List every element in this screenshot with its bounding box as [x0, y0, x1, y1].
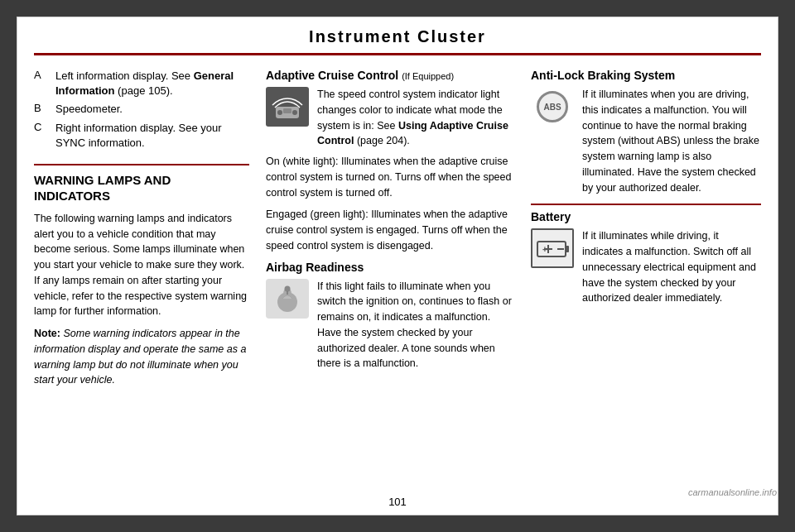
page-number: 101	[388, 496, 407, 508]
item-text-b: Speedometer.	[55, 102, 123, 117]
item-letter-b: B	[34, 102, 47, 114]
abs-circle: ABS	[537, 91, 568, 122]
abs-label: ABS	[543, 103, 561, 112]
page-footer: 101	[17, 491, 778, 515]
warning-note-text: Note: Some warning indicators appear in …	[34, 326, 249, 388]
page-title: Instrument Cluster	[34, 27, 761, 46]
airbag-title: Airbag Readiness	[266, 261, 514, 274]
item-text-c: Right information display. See your SYNC…	[55, 121, 249, 151]
acc-icon-row: The speed control system indicator light…	[266, 87, 514, 149]
item-letter-a: A	[34, 69, 47, 81]
abs-icon-row: ABS If it illuminates when you are drivi…	[531, 87, 761, 195]
abs-title: Anti-Lock Braking System	[531, 69, 761, 82]
acc-title: Adaptive Cruise Control (If Equipped)	[266, 69, 514, 82]
battery-divider	[531, 204, 761, 205]
svg-text:−: −	[557, 243, 563, 255]
item-text-a: Left information display. See General In…	[55, 69, 249, 98]
svg-point-2	[292, 110, 297, 115]
airbag-description: If this light fails to illuminate when y…	[317, 279, 514, 372]
battery-icon: + −	[531, 228, 574, 268]
watermark: carmanualsonline.info	[688, 487, 777, 497]
svg-point-6	[285, 285, 291, 291]
battery-svg: + −	[534, 232, 571, 265]
svg-point-1	[277, 110, 282, 115]
airbag-icon	[266, 279, 309, 319]
note-label: Note:	[34, 328, 60, 339]
acc-title-suffix: (If Equipped)	[402, 71, 454, 81]
battery-description: If it illuminates while driving, it indi…	[582, 228, 761, 306]
warning-body-text: The following warning lamps and indicato…	[34, 211, 249, 319]
section-divider	[34, 164, 249, 165]
middle-column: Adaptive Cruise Control (If Equipped)	[266, 69, 514, 482]
right-column: Anti-Lock Braking System ABS If it illum…	[531, 69, 761, 482]
svg-text:+: +	[542, 245, 547, 254]
abc-table: A Left information display. See General …	[34, 69, 249, 151]
warning-section-title: WARNING LAMPS AND INDICATORS	[34, 172, 249, 204]
airbag-svg	[269, 282, 306, 315]
acc-green-light-text: Engaged (green light): Illuminates when …	[266, 207, 514, 253]
svg-rect-9	[566, 246, 569, 252]
acc-description: The speed control system indicator light…	[317, 87, 514, 149]
abs-icon: ABS	[531, 87, 574, 127]
battery-title: Battery	[531, 210, 761, 223]
page-header: Instrument Cluster	[34, 17, 761, 55]
item-letter-c: C	[34, 121, 47, 133]
left-column: A Left information display. See General …	[34, 69, 249, 482]
list-item: C Right information display. See your SY…	[34, 121, 249, 151]
list-item: A Left information display. See General …	[34, 69, 249, 98]
acc-white-light-text: On (white light): Illuminates when the a…	[266, 154, 514, 200]
acc-icon	[266, 87, 309, 127]
svg-rect-3	[283, 108, 292, 113]
list-item: B Speedometer.	[34, 102, 249, 117]
airbag-icon-row: If this light fails to illuminate when y…	[266, 279, 514, 372]
adaptive-cruise-svg	[269, 90, 306, 123]
abs-description: If it illuminates when you are driving, …	[582, 87, 761, 195]
battery-icon-row: + − If it illuminates while driving, it …	[531, 228, 761, 306]
acc-title-text: Adaptive Cruise Control	[266, 69, 398, 82]
note-body: Some warning indicators appear in the in…	[34, 328, 246, 386]
